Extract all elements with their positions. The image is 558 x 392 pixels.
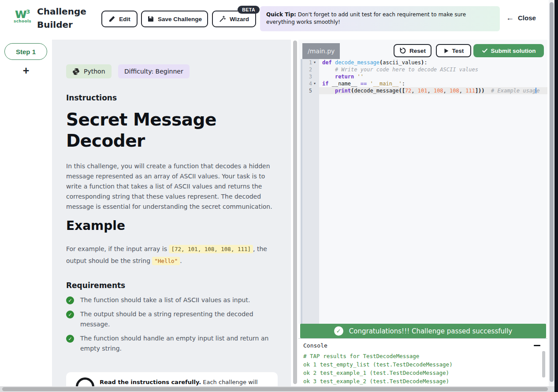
reset-icon [399, 47, 406, 54]
horizontal-scrollbar-thumb[interactable] [2, 387, 548, 391]
code-row: 5 print(decode_message([72, 101, 108, 10… [298, 87, 547, 94]
code-lines: 1▾def decode_message(ascii_values):2 # W… [298, 59, 547, 94]
code-row: 3 return '' [298, 73, 547, 80]
check-circle-icon: ✓ [66, 296, 74, 304]
requirement-text: The function should take a list of ASCII… [80, 295, 283, 305]
code-line[interactable]: return '' [319, 73, 547, 80]
line-number: 4 [298, 80, 312, 87]
file-tab[interactable]: /main.py [302, 43, 340, 59]
wand-icon [219, 15, 226, 22]
test-button[interactable]: Test [436, 44, 471, 57]
fold-arrow-icon[interactable]: ▾ [314, 80, 316, 87]
example-output-code: "Hello" [152, 257, 180, 265]
code-row: 1▾def decode_message(ascii_values): [298, 59, 547, 66]
main-scrollbar-thumb[interactable] [550, 2, 554, 382]
difficulty-badge: Difficulty: Beginner [118, 64, 190, 78]
code-line[interactable]: if __name__ == '__main__': [319, 80, 547, 87]
check-circle-icon: ✓ [66, 311, 74, 318]
quick-tip-label: Quick Tip: [266, 11, 296, 18]
example-paragraph: For example, if the input array is [72, … [66, 243, 279, 267]
requirement-item: ✓The function should take a list of ASCI… [66, 295, 283, 305]
save-challenge-button[interactable]: Save Challenge [141, 11, 208, 27]
console-line: ok 1 test_empty_list (test.TestDecodeMes… [303, 360, 453, 369]
editor-gutter [302, 59, 319, 324]
w3schools-logo: w3 schools [11, 5, 33, 23]
submit-solution-button[interactable]: Submit solution [473, 44, 544, 57]
code-line[interactable]: # Write your code here to decode ASCII v… [319, 66, 547, 73]
check-circle-icon: ✓ [66, 335, 74, 343]
success-check-icon: ✓ [334, 326, 343, 336]
challenge-builder-screen: w3 schools Challenge Builder Edit Save C… [0, 0, 558, 392]
challenge-description: In this challenge, you will create a fun… [66, 161, 279, 212]
wizard-button[interactable]: BETA Wizard [212, 11, 256, 27]
main-scrollbar-track [549, 0, 554, 386]
line-number: 5 [298, 87, 312, 94]
language-badge: Python [66, 64, 112, 78]
code-line[interactable]: def decode_message(ascii_values): [319, 59, 547, 66]
requirement-item: ✓The function should handle an empty inp… [66, 333, 283, 354]
edit-button[interactable]: Edit [101, 11, 138, 27]
console-output: # TAP results for TestDecodeMessageok 1 … [303, 352, 453, 385]
requirement-item: ✓The output should be a string represent… [66, 309, 283, 329]
challenge-passed-banner: ✓ Congratulations!!! Challenge passed su… [300, 324, 546, 338]
window-edge [554, 0, 558, 392]
code-row: 2 # Write your code here to decode ASCII… [298, 66, 547, 73]
instructions-heading: Instructions [66, 93, 117, 102]
requirement-text: The output should be a string representi… [80, 309, 283, 329]
save-icon [147, 15, 154, 22]
reset-button[interactable]: Reset [394, 44, 432, 57]
minimize-console-icon[interactable] [534, 345, 540, 346]
fold-arrow-icon[interactable]: ▾ [314, 59, 316, 66]
console-line: # TAP results for TestDecodeMessage [303, 352, 453, 360]
passed-message: Congratulations!!! Challenge passed succ… [349, 327, 512, 335]
play-icon [443, 48, 449, 54]
page-title: Challenge Builder [37, 5, 86, 31]
example-input-code: [72, 101, 108, 108, 111] [169, 245, 253, 253]
console-line: ok 2 test_example_1 (test.TestDecodeMess… [303, 369, 453, 377]
example-heading: Example [66, 218, 125, 233]
console-panel: Console # TAP results for TestDecodeMess… [298, 338, 547, 386]
line-number: 2 [298, 66, 312, 73]
add-step-button[interactable]: + [0, 64, 52, 77]
arrow-left-icon: ← [506, 13, 514, 22]
quick-tip-banner: Quick Tip: Don't forget to add unit test… [260, 6, 500, 31]
close-button[interactable]: ← Close [506, 13, 536, 22]
code-line[interactable]: print(decode_message([72, 101, 108, 108,… [319, 87, 547, 94]
horizontal-scrollbar-track [0, 386, 554, 392]
console-title: Console [303, 342, 327, 349]
requirements-heading: Requirements [66, 281, 125, 290]
code-editor[interactable]: /main.py Reset Test Submit solution 1▾de… [298, 40, 547, 324]
challenge-title: Secret Message Decoder [66, 109, 260, 152]
instructions-panel: Python Difficulty: Beginner Instructions… [52, 40, 291, 386]
plus-icon: + [23, 64, 30, 77]
check-icon [482, 48, 488, 54]
step-1-button[interactable]: Step 1 [4, 43, 47, 60]
console-scrollbar[interactable] [542, 351, 545, 377]
line-number: 1 [298, 59, 312, 66]
note-card: Read the instructions carefully. Each ch… [66, 372, 278, 386]
requirements-list: ✓The function should take a list of ASCI… [66, 295, 283, 358]
requirement-text: The function should handle an empty inpu… [80, 333, 283, 354]
line-number: 3 [298, 73, 312, 80]
note-ring-icon [76, 377, 94, 386]
beta-badge: BETA [238, 6, 260, 14]
console-line: ok 3 test_example_2 (test.TestDecodeMess… [303, 377, 453, 385]
pencil-icon [108, 15, 115, 22]
python-icon [72, 68, 80, 75]
instructions-scrollbar[interactable] [293, 41, 297, 384]
code-row: 4▾if __name__ == '__main__': [298, 80, 547, 87]
